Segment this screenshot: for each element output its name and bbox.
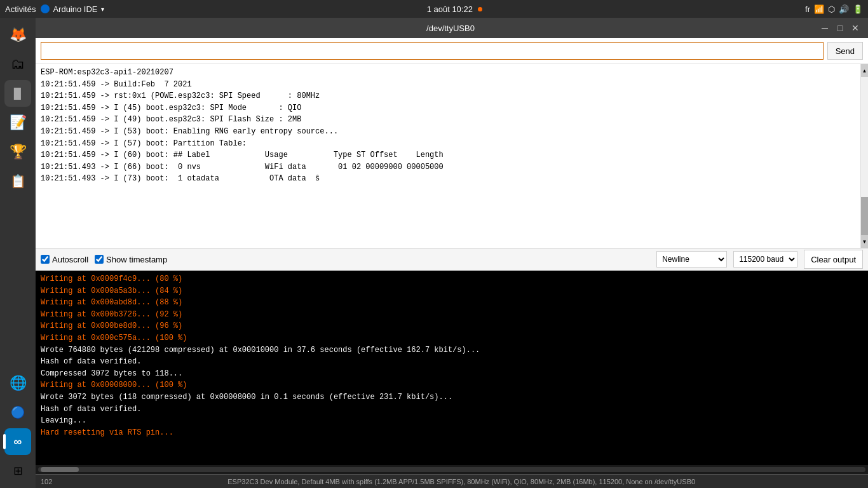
taskbar-icon-text-editor[interactable]: 📝 [4, 109, 31, 136]
bluetooth-icon: ⬡ [828, 4, 835, 14]
taskbar-icon-arduino[interactable]: ∞ [4, 428, 31, 455]
taskbar-icon-notes[interactable]: 📋 [4, 168, 31, 194]
serial-line-white: 10:21:51.459 -> Build:Feb 7 2021 [41, 79, 855, 91]
serial-line-black: Writing at 0x000b3726... (92 %) [41, 309, 863, 321]
h-scrollbar-track [38, 467, 865, 472]
board-info: ESP32C3 Dev Module, Default 4MB with spi… [60, 478, 863, 485]
wifi-icon: 📶 [814, 4, 824, 14]
serial-line-black: Compressed 3072 bytes to 118... [41, 368, 863, 380]
system-bar: Activités Arduino IDE ▾ 1 août 10:22 fr … [0, 0, 868, 18]
status-bar: 102 ESP32C3 Dev Module, Default 4MB with… [36, 474, 868, 488]
serial-line-white: 10:21:51.493 -> I (66) boot: 0 nvs WiFi … [41, 161, 855, 173]
taskbar: 🦊 🗂 ▉ 📝 🏆 📋 🌐 🔵 ∞ ⊞ [0, 18, 36, 488]
serial-line-white: 10:21:51.459 -> I (49) boot.esp32c3: SPI… [41, 114, 855, 126]
horizontal-scrollbar[interactable] [36, 465, 868, 474]
serial-line-black: Writing at 0x000be8d0... (96 %) [41, 320, 863, 332]
input-row: Send [36, 38, 868, 64]
serial-line-black: Writing at 0x00008000... (100 %) [41, 379, 863, 391]
taskbar-icon-terminal[interactable]: ▉ [4, 80, 31, 107]
arduino-indicator-icon [41, 4, 50, 13]
newline-select[interactable]: Newline No line ending Carriage return B… [656, 251, 727, 268]
app-name-text: Arduino IDE [53, 4, 97, 14]
serial-line-white: 10:21:51.493 -> I (73) boot: 1 otadata O… [41, 173, 855, 185]
battery-icon: 🔋 [853, 4, 863, 14]
taskbar-icon-chromium[interactable]: 🌐 [4, 370, 31, 396]
serial-line-black: Hash of data verified. [41, 403, 863, 416]
taskbar-icon-chromium2[interactable]: 🔵 [4, 399, 31, 426]
scrollbar-track [861, 77, 868, 235]
serial-line-white: 10:21:51.459 -> I (57) boot: Partition T… [41, 138, 855, 150]
taskbar-bottom: 🌐 🔵 ∞ ⊞ [4, 370, 31, 488]
system-bar-center: 1 août 10:22 [427, 4, 482, 14]
h-scrollbar-thumb[interactable] [41, 467, 79, 472]
taskbar-icon-apps[interactable]: ⊞ [4, 458, 31, 484]
serial-line-black: Hard resetting via RTS pin... [41, 427, 863, 439]
scrollbar-up-arrow[interactable]: ▲ [861, 64, 868, 77]
system-bar-left: Activités Arduino IDE ▾ [5, 4, 104, 14]
serial-line-black: Writing at 0x000a5a3b... (84 %) [41, 285, 863, 297]
serial-line-white: 10:21:51.459 -> I (53) boot: Enabling RN… [41, 126, 855, 138]
lang-indicator[interactable]: fr [805, 4, 810, 14]
datetime-label: 1 août 10:22 [427, 4, 473, 14]
scrollbar-white[interactable]: ▲ ▼ [860, 64, 868, 248]
scrollbar-thumb[interactable] [861, 197, 868, 235]
app-name-label[interactable]: Arduino IDE ▾ [41, 4, 104, 14]
system-bar-right: fr 📶 ⬡ 🔊 🔋 [805, 4, 863, 14]
serial-line-white: 10:21:51.459 -> rst:0x1 (POWE.esp32c3: S… [41, 90, 855, 102]
content-area: /dev/ttyUSB0 ─ □ ✕ Send ESP-ROM:esp32c3-… [36, 18, 868, 488]
serial-output-white[interactable]: ESP-ROM:esp32c3-api1-2021020710:21:51.45… [36, 64, 860, 248]
scrollbar-down-arrow[interactable]: ▼ [861, 235, 868, 248]
serial-line-white: ESP-ROM:esp32c3-api1-20210207 [41, 67, 855, 79]
volume-icon: 🔊 [839, 4, 849, 14]
close-button[interactable]: ✕ [850, 23, 860, 33]
serial-line-black: Wrote 764880 bytes (421298 compressed) a… [41, 344, 863, 356]
window-titlebar: /dev/ttyUSB0 ─ □ ✕ [36, 18, 868, 38]
activities-button[interactable]: Activités [5, 4, 36, 14]
maximize-button[interactable]: □ [835, 23, 845, 33]
serial-top-area: Send ESP-ROM:esp32c3-api1-2021020710:21:… [36, 38, 868, 248]
serial-line-black: Hash of data verified. [41, 356, 863, 368]
autoscroll-text: Autoscroll [52, 255, 88, 264]
arduino-window: /dev/ttyUSB0 ─ □ ✕ Send ESP-ROM:esp32c3-… [36, 18, 868, 488]
clear-output-button[interactable]: Clear output [804, 250, 863, 269]
notification-dot [478, 7, 482, 11]
serial-output-black[interactable]: Writing at 0x0009f4c9... (80 %)Writing a… [36, 271, 868, 465]
toolbar-row: Autoscroll Show timestamp Newline No lin… [36, 248, 868, 271]
autoscroll-label[interactable]: Autoscroll [41, 255, 88, 264]
serial-line-white: 10:21:51.459 -> I (45) boot.esp32c3: SPI… [41, 102, 855, 114]
dropdown-arrow-icon: ▾ [101, 6, 104, 13]
show-timestamp-text: Show timestamp [106, 255, 167, 264]
taskbar-icon-trophy[interactable]: 🏆 [4, 139, 31, 165]
autoscroll-checkbox[interactable] [41, 255, 50, 264]
serial-line-black: Writing at 0x000abd8d... (88 %) [41, 297, 863, 309]
serial-line-black: Writing at 0x000c575a... (100 %) [41, 332, 863, 344]
send-button[interactable]: Send [827, 42, 863, 60]
line-number: 102 [41, 478, 52, 485]
minimize-button[interactable]: ─ [820, 23, 830, 33]
serial-line-black: Wrote 3072 bytes (118 compressed) at 0x0… [41, 391, 863, 403]
white-output-container: ESP-ROM:esp32c3-api1-2021020710:21:51.45… [36, 64, 868, 248]
baud-rate-select[interactable]: 300 baud 1200 baud 2400 baud 4800 baud 9… [733, 251, 797, 268]
serial-input[interactable] [41, 42, 824, 60]
taskbar-icon-files[interactable]: 🗂 [4, 51, 31, 78]
serial-line-black: Writing at 0x0009f4c9... (80 %) [41, 273, 863, 285]
window-title: /dev/ttyUSB0 [81, 24, 820, 33]
serial-line-white: 10:21:51.459 -> I (60) boot: ## Label Us… [41, 149, 855, 161]
main-window: 🦊 🗂 ▉ 📝 🏆 📋 🌐 🔵 ∞ ⊞ /dev/ttyUSB0 ─ □ ✕ [0, 18, 868, 488]
serial-line-black: Leaving... [41, 415, 863, 427]
show-timestamp-checkbox[interactable] [95, 255, 104, 264]
show-timestamp-label[interactable]: Show timestamp [95, 255, 167, 264]
window-controls: ─ □ ✕ [820, 23, 860, 33]
taskbar-icon-firefox[interactable]: 🦊 [4, 22, 31, 48]
